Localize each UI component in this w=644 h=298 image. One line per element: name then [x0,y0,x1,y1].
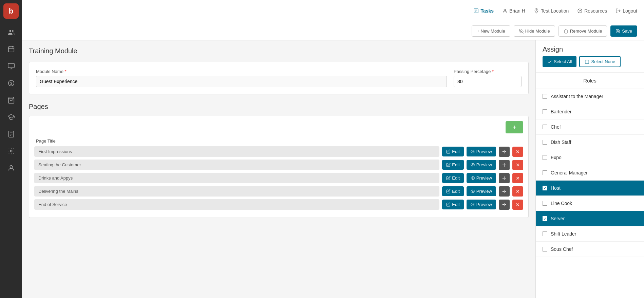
sidebar-item-calendar[interactable] [0,41,22,58]
delete-page-button[interactable]: ✕ [512,200,523,210]
move-page-button[interactable]: ✛ [499,186,510,197]
save-button[interactable]: Save [610,25,637,37]
role-item[interactable]: Bartender [536,104,644,119]
svg-text:$: $ [10,81,12,86]
pages-header: Page Title [34,138,523,144]
add-page-button[interactable]: + [506,121,523,133]
move-page-button[interactable]: ✛ [499,173,510,183]
svg-rect-6 [8,63,14,68]
role-name: Assistant to the Manager [551,94,603,99]
calendar-icon [7,45,15,53]
svg-point-30 [472,151,473,152]
role-item[interactable]: Chef [536,119,644,135]
edit-page-button[interactable]: Edit [442,200,463,209]
svg-point-0 [9,30,11,32]
page-row: First Impressions Edit Preview ✛ ✕ [34,146,523,157]
svg-point-32 [472,178,473,179]
edit-page-button[interactable]: Edit [442,186,463,196]
assign-panel: Assign Select All Select None [535,40,644,298]
move-page-button[interactable]: ✛ [499,200,510,210]
edit-page-button[interactable]: Edit [442,160,463,170]
page-title-label: First Impressions [34,146,439,157]
role-checkbox [543,155,547,160]
sidebar-item-user[interactable] [0,160,22,176]
svg-rect-35 [585,60,589,63]
role-item[interactable]: Expo [536,150,644,165]
user-nav-icon [502,8,508,14]
page-title-label: Delivering the Mains [34,186,439,197]
sidebar-item-document[interactable] [0,126,22,143]
move-page-button[interactable]: ✛ [499,160,510,170]
nav-user[interactable]: Brian H [502,8,525,14]
eye-icon [471,149,475,154]
page-title-label: Drinks and Appys [34,173,439,183]
role-item[interactable]: Line Cook [536,196,644,211]
preview-page-button[interactable]: Preview [467,173,496,183]
role-item[interactable]: General Manager [536,165,644,181]
role-name: General Manager [551,170,588,175]
role-name: Sous Chef [551,246,573,252]
nav-tasks[interactable]: Tasks [473,8,494,14]
role-item[interactable]: ✓ Server [536,211,644,226]
eye-icon [471,163,475,167]
logout-icon [615,8,621,14]
role-item[interactable]: ✓ Host [536,181,644,196]
edit-page-button[interactable]: Edit [442,173,463,183]
svg-point-31 [472,164,473,165]
edit-icon [446,149,451,154]
sidebar-item-people[interactable] [0,24,22,41]
select-all-button[interactable]: Select All [543,56,576,67]
role-item[interactable]: Shift Leader [536,226,644,242]
svg-point-1 [12,30,14,32]
role-checkbox [543,94,547,99]
page-title-label: End of Service [34,199,439,210]
remove-module-button[interactable]: Remove Module [558,25,607,37]
edit-icon [446,163,451,167]
role-name: Bartender [551,109,571,114]
eye-icon [471,189,475,193]
role-name: Dish Staff [551,139,571,145]
sidebar-item-monitor[interactable] [0,58,22,75]
pages-title: Pages [29,103,529,111]
role-checkbox [543,109,547,114]
delete-page-button[interactable]: ✕ [512,186,523,197]
toolbar: + New Module Hide Module Remove Module S… [22,22,644,40]
content-area: Training Module Module Name * Passing Pe… [22,40,644,298]
select-none-button[interactable]: Select None [579,56,621,67]
sidebar-item-cart[interactable] [0,92,22,109]
svg-point-25 [536,10,537,11]
role-item[interactable]: Assistant to the Manager [536,89,644,104]
preview-page-button[interactable]: Preview [467,200,496,209]
svg-point-34 [472,204,473,205]
delete-page-button[interactable]: ✕ [512,147,523,157]
roles-header: Roles [536,73,644,89]
sidebar-item-dollar[interactable]: $ [0,75,22,92]
delete-page-button[interactable]: ✕ [512,160,523,170]
new-module-button[interactable]: + New Module [472,25,510,37]
add-page-row: + [34,121,523,133]
delete-page-button[interactable]: ✕ [512,173,523,183]
move-page-button[interactable]: ✛ [499,147,510,157]
app-logo[interactable]: b [3,3,19,19]
module-name-input[interactable] [36,76,447,87]
role-checkbox [543,201,547,206]
role-checkbox [543,125,547,129]
nav-location[interactable]: Test Location [534,8,569,14]
edit-page-button[interactable]: Edit [442,147,463,156]
role-item[interactable]: Sous Chef [536,242,644,257]
role-item[interactable]: Dish Staff [536,135,644,150]
preview-page-button[interactable]: Preview [467,160,496,170]
preview-page-button[interactable]: Preview [467,186,496,196]
roles-section: Roles Assistant to the Manager Bartender… [536,73,644,298]
role-checkbox [543,170,547,175]
preview-page-button[interactable]: Preview [467,147,496,156]
sidebar-item-settings[interactable] [0,143,22,160]
sidebar-item-graduation[interactable] [0,109,22,126]
nav-resources[interactable]: ? Resources [577,8,607,14]
hide-module-button[interactable]: Hide Module [514,25,555,37]
nav-logout[interactable]: Logout [615,8,637,14]
passing-percentage-input[interactable] [454,76,522,87]
role-checkbox [543,140,547,145]
module-name-label: Module Name * [36,69,447,74]
settings-icon [7,147,15,155]
